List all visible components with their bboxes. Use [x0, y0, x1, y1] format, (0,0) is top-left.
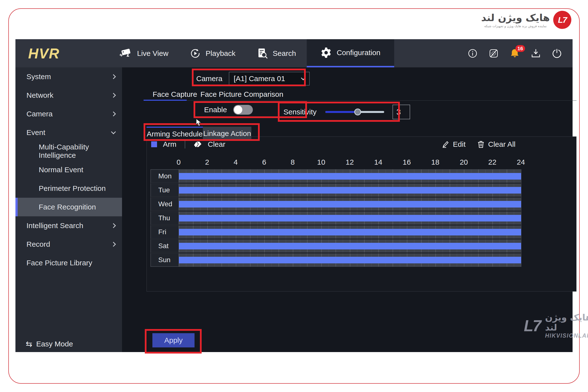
hour-tick: 24: [517, 158, 525, 166]
enable-toggle[interactable]: [233, 105, 253, 115]
sidebar-item-event[interactable]: Event: [16, 123, 122, 142]
arm-color-swatch: [151, 141, 157, 147]
day-track[interactable]: [179, 170, 521, 183]
sidebar-item-face-recognition[interactable]: Face Recognition: [16, 198, 122, 216]
content-area: Camera [A1] Camera 01 Face Capture Face …: [138, 68, 572, 352]
notification-badge: 16: [516, 45, 525, 52]
edit-label: Edit: [453, 140, 466, 148]
hour-tick: 20: [460, 158, 468, 166]
camera-select-label: Camera: [196, 74, 222, 83]
day-label: Mon: [151, 170, 179, 183]
trash-icon: [477, 140, 484, 148]
hour-tick: 18: [431, 158, 439, 166]
day-track[interactable]: [179, 239, 521, 252]
sidebar-item-label: Perimeter Protection: [39, 184, 106, 192]
day-label: Sun: [151, 253, 179, 266]
hour-tick: 22: [488, 158, 496, 166]
camera-select-dropdown[interactable]: [A1] Camera 01: [229, 72, 310, 86]
playback-icon: [190, 48, 201, 59]
sidebar-item-normal-event[interactable]: Normal Event: [16, 160, 122, 179]
main-nav: Live View Playback Search: [108, 39, 394, 68]
hour-tick: 4: [234, 158, 238, 166]
schedule-row-tue: Tue: [151, 184, 521, 197]
legend-divider: [185, 140, 185, 148]
nav-playback[interactable]: Playback: [179, 39, 246, 68]
arm-bar[interactable]: [179, 229, 521, 236]
download-icon[interactable]: [531, 48, 541, 58]
apply-button[interactable]: Apply: [152, 333, 194, 348]
sidebar-item-label: Face Recognition: [39, 203, 96, 211]
nav-search-label: Search: [273, 49, 296, 58]
schedule-row-sat: Sat: [151, 239, 521, 252]
sidebar-item-label: Multi-Capability Intelligence: [39, 143, 115, 160]
watermark-name-en: HIKVISIONLAND: [545, 332, 588, 339]
clear-all-button[interactable]: Clear All: [477, 140, 516, 148]
slider-knob[interactable]: [354, 108, 361, 116]
mouse-cursor: [196, 118, 202, 128]
tab-linkage-action[interactable]: Linkage Action: [203, 127, 251, 140]
day-label: Fri: [151, 226, 179, 239]
day-track[interactable]: [179, 212, 521, 225]
slider-fill: [325, 111, 358, 113]
sidebar-item-multi-capability-intelligence[interactable]: Multi-Capability Intelligence: [16, 142, 122, 160]
sidebar-item-camera[interactable]: Camera: [16, 104, 122, 123]
info-icon[interactable]: [468, 48, 478, 58]
hour-tick: 12: [346, 158, 354, 166]
hour-tick: 2: [205, 158, 209, 166]
sidebar-item-label: Intelligent Search: [26, 222, 83, 230]
arm-bar[interactable]: [179, 173, 521, 180]
sidebar-item-network[interactable]: Network: [16, 86, 122, 104]
sidebar-item-label: Network: [26, 91, 54, 100]
arm-bar[interactable]: [179, 187, 521, 194]
hour-tick: 8: [290, 158, 295, 166]
day-track[interactable]: [179, 198, 521, 211]
schedule-row-wed: Wed: [151, 198, 521, 211]
hour-axis: 0 2 4 6 8 10 12 14 16 18 20 22 24: [178, 158, 521, 169]
hour-tick: 10: [317, 158, 325, 166]
tab-arming-schedule[interactable]: Arming Schedule: [146, 127, 203, 140]
nav-playback-label: Playback: [206, 49, 236, 58]
sidebar-item-face-picture-library[interactable]: Face Picture Library: [16, 254, 122, 272]
easy-mode-toggle[interactable]: ⇆ Easy Mode: [26, 339, 73, 349]
arm-bar[interactable]: [179, 243, 521, 250]
vendor-tagline: نماینده فروش برند هایک ویژن و تجهیزات شب…: [481, 24, 550, 28]
sensitivity-label: Sensitivity: [284, 108, 316, 116]
nav-live-view-label: Live View: [137, 49, 168, 58]
watermark-mark: L7: [524, 317, 541, 335]
hour-tick: 16: [403, 158, 411, 166]
app-logo: HVR: [28, 45, 60, 62]
edit-button[interactable]: Edit: [442, 140, 466, 148]
sidebar-item-system[interactable]: System: [16, 68, 122, 86]
app-window: HVR Live View Playback: [16, 39, 572, 352]
arm-bar[interactable]: [179, 201, 521, 208]
search-doc-icon: [257, 48, 268, 59]
nav-search[interactable]: Search: [246, 39, 307, 68]
power-icon[interactable]: [552, 48, 562, 58]
chevron-right-icon: [111, 93, 116, 98]
tab-face-picture-comparison[interactable]: Face Picture Comparison: [200, 90, 283, 98]
tab-face-capture[interactable]: Face Capture: [153, 90, 197, 98]
vendor-name: هایک ویژن لند: [481, 12, 550, 23]
header-actions: 16: [468, 48, 562, 58]
alarm-bell-icon[interactable]: 16: [510, 48, 520, 58]
nav-live-view[interactable]: Live View: [108, 39, 179, 68]
mute-notification-icon[interactable]: [489, 48, 498, 58]
day-track[interactable]: [179, 184, 521, 197]
sidebar-item-intelligent-search[interactable]: Intelligent Search: [16, 216, 122, 235]
day-track[interactable]: [179, 226, 521, 239]
day-track[interactable]: [179, 253, 521, 266]
vendor-logo: L7 هایک ویژن لند نماینده فروش برند هایک …: [481, 11, 571, 29]
sidebar-item-record[interactable]: Record: [16, 235, 122, 254]
gear-icon: [320, 47, 332, 58]
arm-bar[interactable]: [179, 215, 521, 222]
vendor-logo-mark: L7: [553, 11, 571, 29]
sensitivity-value-field[interactable]: 3: [392, 104, 410, 119]
sensitivity-slider[interactable]: [325, 111, 384, 113]
watermark-name-fa: هایک ویژن لند: [545, 312, 588, 332]
chevron-down-icon: [301, 76, 305, 80]
camera-icon: [119, 48, 132, 58]
arm-bar[interactable]: [179, 257, 521, 264]
clear-all-label: Clear All: [488, 140, 516, 148]
sidebar-item-perimeter-protection[interactable]: Perimeter Protection: [16, 179, 122, 198]
nav-configuration[interactable]: Configuration: [307, 39, 394, 68]
